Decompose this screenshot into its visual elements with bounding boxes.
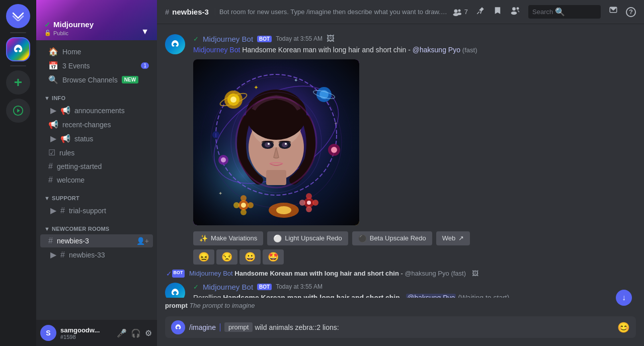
channel-status[interactable]: ▶ 📢 status — [40, 132, 153, 145]
light-upscale-redo-button[interactable]: ⚪ Light Upscale Redo — [267, 231, 348, 245]
action-buttons: ✨ Make Variations ⚪ Light Upscale Redo ⚫… — [193, 231, 636, 245]
prompt-label-row: prompt The prompt to imagine — [165, 302, 636, 309]
svg-text:✦: ✦ — [334, 121, 338, 126]
sidebar-item-browse-channels[interactable]: 🔍 Browse Channels NEW — [40, 73, 153, 86]
search-box[interactable]: Search 🔍 — [528, 5, 601, 19]
members-icon[interactable]: 7 — [452, 8, 468, 16]
messages-area[interactable]: ✓ Midjourney Bot BOT Today at 3:55 AM 🖼 … — [157, 24, 644, 298]
pin-icon[interactable] — [476, 6, 485, 18]
svg-point-1 — [19, 50, 21, 52]
section-support[interactable]: ▼ SUPPORT — [36, 187, 157, 203]
reaction-happy[interactable]: 😀 — [239, 249, 261, 265]
channel-recent-changes[interactable]: 📢 recent-changes — [40, 118, 153, 131]
svg-point-34 — [230, 97, 236, 103]
beta-upscale-redo-button[interactable]: ⚫ Beta Upscale Redo — [352, 231, 432, 245]
prompt-text-input[interactable] — [255, 323, 613, 331]
home-icon: 🏠 — [48, 47, 58, 56]
reaction-tired[interactable]: 😖 — [193, 249, 214, 265]
reaction-meh[interactable]: 😒 — [216, 249, 237, 265]
svg-text:✦: ✦ — [254, 84, 259, 91]
svg-point-54 — [299, 200, 305, 206]
channel-list: 🏠 Home 📅 3 Events 1 🔍 Browse Channels NE… — [36, 40, 157, 320]
svg-point-6 — [458, 9, 460, 12]
svg-point-0 — [15, 50, 18, 52]
emoji-picker-button[interactable]: 😊 — [617, 321, 630, 333]
mute-button[interactable]: 🎤 — [116, 327, 128, 339]
message-author-2[interactable]: Midjourney Bot — [203, 283, 253, 291]
chat-input-wrapper: /imagine prompt 😊 — [165, 316, 636, 338]
explore-icon[interactable] — [6, 99, 30, 123]
verified-icon: ✓ — [44, 21, 50, 29]
channel-name: newbies-3 — [57, 237, 89, 245]
input-user-avatar — [171, 320, 185, 334]
light-upscale-icon: ⚪ — [273, 234, 282, 242]
channel-name: trial-support — [69, 207, 106, 215]
help-icon[interactable]: ? — [626, 7, 636, 17]
rules-icon: ☑ — [48, 148, 55, 157]
channel-name: status — [74, 135, 93, 143]
sidebar-item-home[interactable]: 🏠 Home — [40, 45, 153, 58]
prompt-chip: prompt — [224, 322, 253, 332]
prompt-hint-area: prompt The prompt to imagine — [157, 298, 644, 312]
variations-label: Make Variations — [211, 234, 257, 242]
user-group-icon[interactable] — [510, 6, 520, 18]
message-author-1[interactable]: Midjourney Bot — [203, 35, 253, 43]
midjourney-server-icon[interactable] — [6, 37, 30, 61]
svg-text:✦: ✦ — [294, 77, 298, 83]
sidebar-item-events[interactable]: 📅 3 Events 1 — [40, 59, 153, 72]
add-member-icon[interactable]: 👤+ — [136, 237, 149, 245]
deafen-button[interactable]: 🎧 — [130, 327, 142, 339]
svg-point-63 — [276, 206, 291, 214]
svg-point-30 — [268, 143, 270, 145]
server-menu-chevron[interactable]: ▼ — [141, 27, 149, 36]
channel-description: Bot room for new users. Type /imagine th… — [215, 8, 448, 16]
section-collapse-icon-3: ▼ — [44, 226, 50, 232]
inline-author[interactable]: Midjourney Bot — [189, 270, 233, 277]
channel-welcome[interactable]: # welcome — [40, 174, 153, 187]
image-icon-1[interactable]: 🖼 — [327, 34, 335, 43]
web-button[interactable]: Web ↗ — [436, 231, 470, 245]
verify-checkmark-inline: ✓ — [166, 270, 172, 278]
svg-point-14 — [176, 45, 178, 47]
bookmark-icon[interactable] — [493, 6, 502, 18]
svg-point-40 — [221, 157, 226, 162]
channel-hash-icon: # — [165, 8, 169, 16]
expand-icon-3: ▶ — [50, 206, 56, 215]
svg-point-11 — [517, 7, 519, 10]
section-info[interactable]: ▼ INFO — [36, 87, 157, 103]
channel-getting-started[interactable]: # getting-started — [40, 160, 153, 173]
inbox-icon[interactable] — [609, 6, 618, 18]
home-server-icon[interactable] — [6, 4, 30, 28]
server-status: Public — [53, 30, 68, 36]
scroll-to-bottom[interactable]: ↓ — [616, 290, 632, 306]
server-header[interactable]: ✓ Midjourney 🔓 Public ▼ — [36, 0, 157, 40]
megaphone-icon-2: 📢 — [48, 120, 58, 129]
browse-channels-label: Browse Channels — [62, 76, 118, 84]
expand-icon: ▶ — [50, 106, 56, 115]
image-btn-inline[interactable]: 🖼 — [472, 270, 478, 277]
public-icon: 🔓 — [44, 30, 51, 36]
svg-point-67 — [179, 328, 180, 329]
home-label: Home — [62, 48, 81, 56]
message-header-2: ✓ Midjourney Bot BOT Today at 3:55 AM — [193, 283, 636, 291]
prompt-placeholder-text: The prompt to imagine — [189, 302, 255, 309]
add-server-icon[interactable]: + — [6, 70, 30, 95]
channel-rules[interactable]: ☑ rules — [40, 146, 153, 159]
svg-point-9 — [512, 7, 516, 11]
channel-newbies-33[interactable]: ▶ # newbies-33 — [40, 248, 153, 262]
channel-announcements[interactable]: ▶ 📢 announcements — [40, 104, 153, 117]
user-area: S samgoodw... #1598 🎤 🎧 ⚙ — [36, 320, 157, 346]
ai-image-container[interactable]: ✦ ✦ ✦ ✦ — [193, 59, 359, 225]
hash-icon-4: # — [48, 236, 53, 245]
make-variations-button[interactable]: ✨ Make Variations — [193, 231, 263, 245]
beta-upscale-label: Beta Upscale Redo — [370, 234, 426, 242]
settings-button[interactable]: ⚙ — [144, 327, 153, 339]
reaction-love[interactable]: 🤩 — [263, 249, 284, 265]
username: samgoodw... — [60, 326, 112, 334]
imagine-command-area: /imagine prompt — [189, 316, 613, 338]
section-newcomer-rooms[interactable]: ▼ NEWCOMER ROOMS — [36, 218, 157, 234]
member-count: 7 — [464, 8, 468, 16]
channel-newbies-3[interactable]: # newbies-3 👤+ — [40, 234, 153, 247]
web-label: Web — [442, 234, 456, 242]
channel-trial-support[interactable]: ▶ # trial-support — [40, 204, 153, 217]
